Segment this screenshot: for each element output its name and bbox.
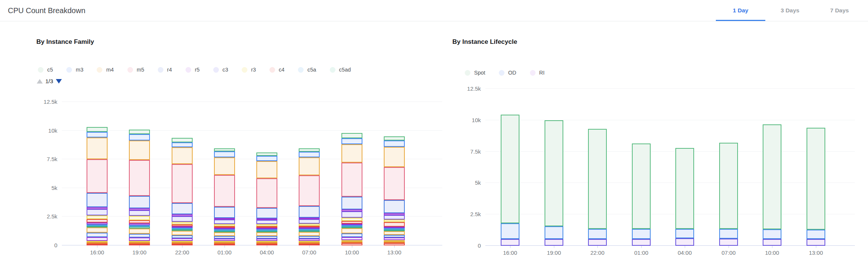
bar-segment-m4[interactable] [341, 144, 362, 163]
bar-01:00[interactable] [632, 143, 651, 246]
legend-item-m5[interactable]: m5 [127, 67, 144, 73]
bar-segment-unlabeled[interactable] [341, 228, 362, 233]
bar-segment-unlabeled[interactable] [299, 232, 320, 236]
legend-page-down-icon[interactable] [56, 79, 62, 84]
bar-segment-m3[interactable] [172, 142, 193, 147]
bar-segment-c4[interactable] [87, 219, 108, 223]
bar-segment-c3[interactable] [341, 211, 362, 218]
bar-segment-r4[interactable] [341, 197, 362, 209]
tab-3-days[interactable]: 3 Days [765, 0, 815, 21]
bar-segment-Spot[interactable] [632, 143, 651, 229]
bar-segment-Spot[interactable] [719, 143, 738, 229]
bar-segment-RI[interactable] [632, 239, 651, 246]
bar-segment-unlabeled[interactable] [129, 234, 150, 238]
bar-segment-m4[interactable] [87, 137, 108, 159]
tab-7-days[interactable]: 7 Days [815, 0, 864, 21]
bar-segment-r4[interactable] [129, 196, 150, 208]
legend-item-Spot[interactable]: Spot [465, 70, 485, 76]
bar-segment-c4[interactable] [384, 222, 405, 227]
bar-segment-m5[interactable] [384, 167, 405, 200]
bar-segment-c5[interactable] [299, 148, 320, 152]
bar-segment-r3[interactable] [87, 215, 108, 219]
bar-segment-m5[interactable] [87, 159, 108, 193]
bar-segment-m3[interactable] [384, 140, 405, 147]
bar-07:00[interactable] [299, 148, 320, 245]
bar-segment-unlabeled[interactable] [299, 236, 320, 239]
bar-segment-RI[interactable] [675, 238, 694, 246]
bar-segment-m5[interactable] [299, 175, 320, 206]
bar-segment-r4[interactable] [299, 206, 320, 218]
legend-item-c4[interactable]: c4 [269, 67, 284, 73]
bar-segment-m4[interactable] [172, 147, 193, 164]
bar-13:00[interactable] [807, 128, 825, 246]
tab-1-day[interactable]: 1 Day [716, 0, 765, 21]
bar-segment-m3[interactable] [256, 156, 277, 161]
bar-segment-Spot[interactable] [763, 124, 781, 229]
bar-04:00[interactable] [256, 152, 277, 245]
bar-segment-Spot[interactable] [588, 129, 607, 229]
bar-22:00[interactable] [588, 129, 607, 246]
bar-segment-RI[interactable] [719, 239, 738, 246]
bar-segment-OD[interactable] [807, 230, 825, 239]
bar-segment-Spot[interactable] [545, 120, 563, 226]
bar-segment-unlabeled[interactable] [214, 236, 235, 239]
bar-segment-unlabeled[interactable] [256, 236, 277, 239]
bar-segment-c4[interactable] [341, 221, 362, 224]
legend-item-m4[interactable]: m4 [97, 67, 114, 73]
bar-segment-unlabeled[interactable] [341, 233, 362, 237]
bar-10:00[interactable] [763, 124, 781, 246]
bar-segment-unlabeled[interactable] [172, 231, 193, 235]
bar-segment-r3[interactable] [384, 220, 405, 222]
legend-item-c5ad[interactable]: c5ad [330, 67, 351, 73]
bar-segment-m3[interactable] [214, 151, 235, 157]
bar-segment-RI[interactable] [763, 239, 781, 246]
bar-segment-OD[interactable] [545, 226, 563, 239]
bar-segment-unlabeled[interactable] [129, 229, 150, 234]
bar-segment-c5[interactable] [214, 148, 235, 152]
bar-segment-r4[interactable] [87, 193, 108, 207]
bar-16:00[interactable] [87, 127, 108, 245]
bar-segment-c5[interactable] [341, 133, 362, 138]
legend-item-r3[interactable]: r3 [242, 67, 256, 73]
legend-item-RI[interactable]: RI [530, 70, 545, 76]
bar-segment-OD[interactable] [501, 223, 519, 239]
bar-segment-c5[interactable] [129, 130, 150, 134]
bar-segment-m5[interactable] [256, 178, 277, 208]
bar-19:00[interactable] [545, 120, 563, 246]
bar-segment-c5[interactable] [87, 127, 108, 132]
bar-segment-c3[interactable] [256, 220, 277, 224]
bar-segment-r4[interactable] [214, 207, 235, 218]
bar-segment-c3[interactable] [87, 209, 108, 216]
bar-10:00[interactable] [341, 133, 362, 245]
bar-segment-m3[interactable] [341, 138, 362, 144]
bar-segment-r3[interactable] [129, 216, 150, 220]
bar-segment-m5[interactable] [129, 160, 150, 196]
bar-segment-unlabeled[interactable] [172, 238, 193, 241]
bar-07:00[interactable] [719, 143, 738, 246]
bar-segment-m4[interactable] [214, 157, 235, 175]
legend-item-c3[interactable]: c3 [213, 67, 228, 73]
bar-01:00[interactable] [214, 148, 235, 245]
bar-segment-OD[interactable] [675, 229, 694, 238]
bar-segment-OD[interactable] [719, 229, 738, 239]
bar-segment-unlabeled[interactable] [384, 231, 405, 235]
bar-segment-unlabeled[interactable] [256, 232, 277, 236]
bar-segment-c3[interactable] [384, 215, 405, 220]
bar-segment-unlabeled[interactable] [384, 238, 405, 240]
bar-19:00[interactable] [129, 130, 150, 245]
bar-segment-m3[interactable] [87, 132, 108, 137]
bar-segment-m4[interactable] [384, 147, 405, 167]
bar-16:00[interactable] [501, 115, 519, 246]
bar-04:00[interactable] [675, 148, 694, 246]
bar-segment-c5[interactable] [384, 136, 405, 140]
bar-segment-c5[interactable] [256, 152, 277, 156]
bar-segment-c3[interactable] [299, 219, 320, 224]
bar-segment-Spot[interactable] [807, 128, 825, 230]
bar-22:00[interactable] [172, 138, 193, 245]
legend-item-OD[interactable]: OD [499, 70, 516, 76]
bar-segment-r4[interactable] [384, 200, 405, 213]
bar-segment-unlabeled[interactable] [214, 232, 235, 236]
bar-segment-r3[interactable] [172, 222, 193, 224]
legend-page-up-icon[interactable] [37, 79, 43, 84]
bar-segment-m4[interactable] [299, 157, 320, 175]
